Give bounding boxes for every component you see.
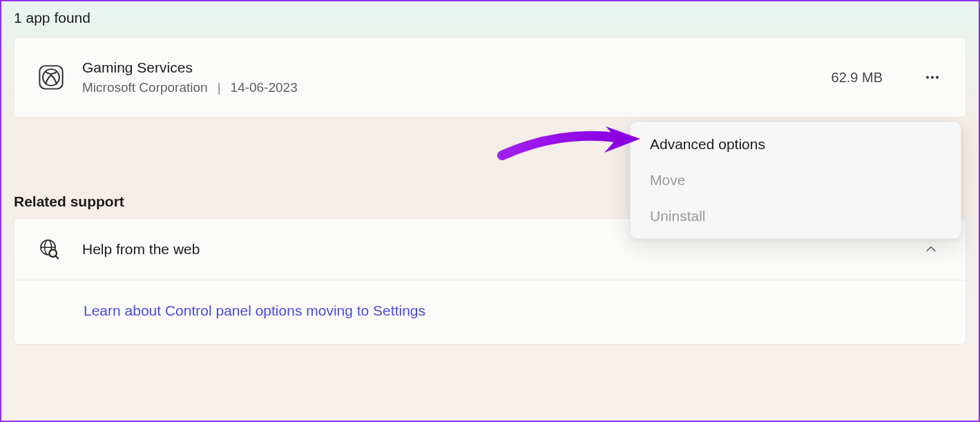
- globe-search-icon: [37, 237, 61, 262]
- chevron-up-icon: [921, 240, 941, 259]
- app-name: Gaming Services: [82, 59, 815, 76]
- xbox-icon: [37, 63, 66, 92]
- app-publisher: Microsoft Corporation: [82, 80, 208, 95]
- help-body: Learn about Control panel options moving…: [15, 280, 965, 344]
- app-install-date: 14-06-2023: [231, 80, 298, 95]
- svg-point-4: [936, 76, 939, 79]
- divider: |: [218, 80, 221, 95]
- menu-advanced-options[interactable]: Advanced options: [635, 126, 957, 162]
- menu-move: Move: [635, 162, 957, 198]
- search-results-header: 1 app found: [1, 1, 979, 33]
- app-context-menu: Advanced options Move Uninstall: [630, 122, 961, 239]
- app-row[interactable]: Gaming Services Microsoft Corporation | …: [14, 37, 966, 117]
- app-info: Gaming Services Microsoft Corporation | …: [82, 59, 815, 95]
- app-size: 62.9 MB: [832, 70, 883, 86]
- help-title: Help from the web: [82, 241, 901, 258]
- menu-uninstall: Uninstall: [635, 198, 957, 234]
- app-subtitle: Microsoft Corporation | 14-06-2023: [82, 80, 815, 95]
- svg-point-3: [931, 76, 934, 79]
- more-options-button[interactable]: [919, 64, 946, 91]
- svg-point-2: [926, 76, 929, 79]
- annotation-arrow: [495, 122, 647, 173]
- help-link[interactable]: Learn about Control panel options moving…: [84, 303, 425, 318]
- more-horizontal-icon: [924, 69, 941, 86]
- svg-line-10: [55, 256, 58, 258]
